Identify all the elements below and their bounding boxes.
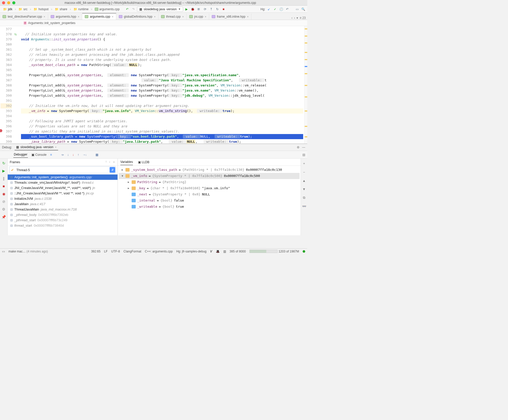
stack-frame[interactable]: ⊟JNI_CreateJavaVM_inner(JavaVM_**, void*… — [8, 185, 118, 191]
editor-tab-active[interactable]: arguments.cpp× — [82, 13, 116, 20]
debug-session-tab[interactable]: ▦slowdebug java -version× — [15, 144, 58, 150]
tab-next-icon[interactable]: › — [294, 16, 295, 20]
prev-frame-icon[interactable]: ↑ — [105, 160, 107, 164]
threads-icon[interactable]: ≡ — [50, 153, 52, 157]
evaluate-icon[interactable]: ▦ — [96, 153, 98, 157]
path-segment[interactable]: 📁 share — [53, 7, 69, 12]
variable-row[interactable]: ▶ _key = {char * | 0x7ffa18e00160} "java… — [119, 185, 300, 191]
stop-icon[interactable]: ■ — [221, 7, 226, 12]
close-tab-icon[interactable]: × — [112, 15, 113, 18]
path-segment[interactable]: 📁 hotspot — [32, 7, 50, 12]
variables-tree[interactable]: ▶ _system_boot_class_path = {PathString … — [118, 166, 301, 235]
variable-row[interactable]: _next = {SystemProperty * | 0x0} NULL — [119, 191, 300, 197]
variable-row[interactable]: _internal = {bool} false — [119, 197, 300, 204]
editor-tab[interactable]: frame_x86.inline.hpp× — [209, 14, 251, 20]
nav-back-icon[interactable]: ↶ — [125, 7, 130, 12]
path-segment-file[interactable]: arguments.cpp — [93, 7, 121, 12]
minimize-window[interactable] — [7, 1, 10, 4]
stack-frame[interactable]: ⊟_pthread_start 0x00007fff6b73c249 — [8, 217, 118, 223]
remove-watch-icon[interactable]: − — [303, 170, 305, 174]
step-out-icon[interactable]: ↑ — [78, 153, 79, 157]
member-breadcrumb[interactable]: f Arguments::init_system_properties — [0, 20, 307, 26]
path-segment[interactable]: 📁 src — [17, 7, 29, 12]
editor-tab[interactable]: globalDefinitions.hpp× — [116, 14, 158, 20]
add-icon[interactable]: ＋ — [112, 160, 115, 164]
hat-icon[interactable]: 🎩 — [216, 250, 220, 253]
close-tab-icon[interactable]: × — [78, 15, 79, 18]
close-session-icon[interactable]: × — [55, 146, 56, 149]
close-tab-icon[interactable]: × — [247, 15, 248, 18]
attach-icon[interactable]: ⤒ — [209, 7, 214, 12]
variable-row[interactable]: ▶ _system_boot_class_path = {PathString … — [119, 167, 300, 173]
settings-icon[interactable]: ⚙ — [2, 207, 5, 211]
close-tab-icon[interactable]: × — [154, 15, 155, 18]
breakpoints-icon[interactable]: ◉ — [2, 192, 5, 196]
variable-row[interactable]: _writeable = {bool} true — [119, 204, 300, 210]
editor-tab[interactable]: arguments.hpp× — [48, 14, 82, 20]
search-icon[interactable]: 🔍 — [301, 7, 306, 12]
close-tab-icon[interactable]: × — [44, 15, 45, 18]
path-segment[interactable]: 📁 jdk — [2, 7, 14, 12]
thread-selector[interactable]: ✔ Thread-5 ⇵ — [9, 166, 116, 173]
tab-debugger[interactable]: Debugger — [13, 152, 28, 158]
reload-icon[interactable]: ↻ — [215, 7, 220, 12]
glasses-icon[interactable]: 👓 — [302, 204, 306, 208]
bg-task[interactable]: make mac… (4 minutes ago) — [8, 250, 48, 253]
run-config-combo[interactable]: ▦slowdebug java -version▼ — [137, 7, 183, 12]
zoom-window[interactable] — [12, 1, 15, 4]
stack-frame[interactable]: ⊟Arguments::init_system_properties() arg… — [8, 174, 118, 180]
editor[interactable]: 377 378 379 380 381 382 383 384 385 386 … — [0, 26, 307, 144]
memory-indicator[interactable]: 1203 of 1987M — [249, 250, 299, 253]
up-icon[interactable]: ▲ — [302, 179, 306, 183]
path-segment[interactable]: 📁 runtime — [72, 7, 90, 12]
hide-icon[interactable]: — — [302, 146, 305, 149]
variable-row[interactable]: ▼ _vm_info = {SystemProperty * | 0x7ffa1… — [119, 173, 300, 179]
stack-frame[interactable]: ⊟Threads::create_vm(JavaVMInitArgs*, boo… — [8, 180, 118, 185]
step-into-icon[interactable]: ↓ — [67, 153, 69, 157]
editor-tab[interactable]: jni.cpp× — [187, 14, 209, 20]
step-over-icon[interactable]: ⤼ — [61, 153, 64, 157]
tab-console[interactable]: ▣Console — [31, 153, 47, 157]
next-frame-icon[interactable]: ↓ — [109, 160, 110, 164]
vcs-branch[interactable]: Hg: jfr-samples-debug — [176, 250, 206, 253]
code-area[interactable]: // Initialize system properties key and … — [13, 26, 304, 143]
vcs-revert-icon[interactable]: ↶ — [285, 7, 290, 12]
tab-overflow[interactable]: ≡ 23 — [300, 16, 306, 20]
force-step-into-icon[interactable]: ↓ — [72, 153, 74, 157]
context[interactable]: C++: arguments.cpp — [145, 250, 173, 253]
stack-frame[interactable]: ⊟thread_start 0x00007fff6b73840d — [8, 223, 118, 228]
spaces[interactable]: 385 of 8000 — [230, 250, 246, 253]
vcs-commit-icon[interactable]: ✓ — [272, 7, 278, 12]
close-tab-icon[interactable]: × — [182, 15, 184, 18]
stack-frame[interactable]: ⊟::JNI_CreateJavaVM(JavaVM **, void **, … — [8, 191, 118, 196]
vcs-history-icon[interactable]: 🕘 — [279, 7, 284, 12]
close-tab-icon[interactable]: × — [205, 15, 206, 18]
pin-icon[interactable]: 📌 — [2, 215, 6, 219]
nav-fwd-icon[interactable]: ↷ — [131, 7, 136, 12]
copy-icon[interactable]: ⧉ — [303, 196, 305, 200]
stack-frame[interactable]: ⊟InitializeJVM java.c:1538 — [8, 196, 118, 201]
stack-frame[interactable]: ⊟ThreadJavaMain java_md_macosx.m:716 — [8, 207, 118, 212]
profile-icon[interactable]: ⟳ — [203, 7, 208, 12]
debug-icon[interactable]: 🐞 — [190, 7, 195, 12]
line-sep[interactable]: LF — [104, 250, 108, 253]
vcs-update-icon[interactable]: ↙ — [266, 7, 271, 12]
run-icon[interactable]: ▶ — [184, 7, 189, 12]
rerun-icon[interactable]: ↻ — [2, 161, 5, 165]
layout-icon[interactable]: ▤ — [302, 153, 305, 157]
new-watch-icon[interactable]: ＋ — [302, 161, 306, 166]
tab-lldb[interactable]: ▣ LLDB — [138, 159, 149, 165]
close-window[interactable] — [2, 1, 5, 4]
build-icon[interactable]: ▭ — [294, 7, 300, 12]
run-to-cursor-icon[interactable]: →ᵢ — [83, 153, 86, 157]
coverage-icon[interactable]: ⛨ — [196, 7, 202, 12]
caret-pos[interactable]: 392:65 — [91, 250, 101, 253]
tab-variables[interactable]: Variables — [120, 159, 133, 165]
down-icon[interactable]: ▼ — [302, 187, 306, 191]
frames-list[interactable]: ⊟Arguments::init_system_properties() arg… — [8, 174, 118, 235]
settings-icon[interactable]: ⚙ — [297, 146, 300, 149]
editor-tab[interactable]: test_directivesParser.cpp× — [0, 14, 48, 20]
tab-list-icon[interactable]: ▾ — [297, 16, 298, 20]
tab-prev-icon[interactable]: ‹ — [291, 16, 292, 20]
stack-frame[interactable]: ⊟JavaMain java.c:417 — [8, 201, 118, 207]
